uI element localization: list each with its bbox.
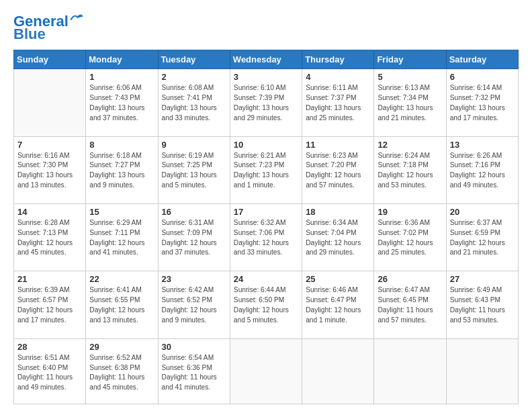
calendar-cell: 1Sunrise: 6:06 AM Sunset: 7:43 PM Daylig… xyxy=(86,69,158,136)
day-number: 12 xyxy=(378,140,442,150)
day-number: 7 xyxy=(17,140,82,150)
day-number: 3 xyxy=(234,72,298,82)
dow-header-saturday: Saturday xyxy=(446,50,518,69)
day-detail: Sunrise: 6:26 AM Sunset: 7:16 PM Dayligh… xyxy=(450,151,515,191)
day-detail: Sunrise: 6:49 AM Sunset: 6:43 PM Dayligh… xyxy=(450,285,515,325)
day-detail: Sunrise: 6:39 AM Sunset: 6:57 PM Dayligh… xyxy=(17,285,82,325)
calendar-cell: 21Sunrise: 6:39 AM Sunset: 6:57 PM Dayli… xyxy=(14,271,86,338)
dow-header-friday: Friday xyxy=(374,50,446,69)
day-number: 8 xyxy=(89,140,154,150)
day-number: 23 xyxy=(162,274,226,284)
day-number: 20 xyxy=(450,207,515,217)
week-row-1: 1Sunrise: 6:06 AM Sunset: 7:43 PM Daylig… xyxy=(14,69,519,136)
calendar-cell: 26Sunrise: 6:47 AM Sunset: 6:45 PM Dayli… xyxy=(374,271,446,338)
calendar-cell: 18Sunrise: 6:34 AM Sunset: 7:04 PM Dayli… xyxy=(302,204,374,271)
calendar-cell: 25Sunrise: 6:46 AM Sunset: 6:47 PM Dayli… xyxy=(302,271,374,338)
calendar-cell xyxy=(230,338,302,404)
week-row-4: 21Sunrise: 6:39 AM Sunset: 6:57 PM Dayli… xyxy=(14,271,519,338)
day-detail: Sunrise: 6:54 AM Sunset: 6:36 PM Dayligh… xyxy=(162,353,226,393)
day-number: 22 xyxy=(89,274,154,284)
calendar-cell: 9Sunrise: 6:19 AM Sunset: 7:25 PM Daylig… xyxy=(158,136,230,203)
header: General Blue xyxy=(13,13,519,43)
day-number: 21 xyxy=(17,274,82,284)
day-number: 1 xyxy=(89,72,154,82)
day-detail: Sunrise: 6:46 AM Sunset: 6:47 PM Dayligh… xyxy=(306,285,370,325)
day-number: 11 xyxy=(306,140,370,150)
calendar-cell: 10Sunrise: 6:21 AM Sunset: 7:23 PM Dayli… xyxy=(230,136,302,203)
day-detail: Sunrise: 6:52 AM Sunset: 6:38 PM Dayligh… xyxy=(89,353,154,393)
calendar-cell: 2Sunrise: 6:08 AM Sunset: 7:41 PM Daylig… xyxy=(158,69,230,136)
calendar-cell: 17Sunrise: 6:32 AM Sunset: 7:06 PM Dayli… xyxy=(230,204,302,271)
calendar-cell: 16Sunrise: 6:31 AM Sunset: 7:09 PM Dayli… xyxy=(158,204,230,271)
day-detail: Sunrise: 6:42 AM Sunset: 6:52 PM Dayligh… xyxy=(162,285,226,325)
calendar-cell xyxy=(374,338,446,404)
day-detail: Sunrise: 6:08 AM Sunset: 7:41 PM Dayligh… xyxy=(162,83,226,123)
calendar-cell: 13Sunrise: 6:26 AM Sunset: 7:16 PM Dayli… xyxy=(446,136,518,203)
calendar-cell: 28Sunrise: 6:51 AM Sunset: 6:40 PM Dayli… xyxy=(14,338,86,404)
logo-icon xyxy=(70,13,83,26)
day-number: 9 xyxy=(162,140,226,150)
day-detail: Sunrise: 6:31 AM Sunset: 7:09 PM Dayligh… xyxy=(162,218,226,258)
day-detail: Sunrise: 6:21 AM Sunset: 7:23 PM Dayligh… xyxy=(234,151,298,191)
calendar-cell: 23Sunrise: 6:42 AM Sunset: 6:52 PM Dayli… xyxy=(158,271,230,338)
day-number: 2 xyxy=(162,72,226,82)
day-detail: Sunrise: 6:19 AM Sunset: 7:25 PM Dayligh… xyxy=(162,151,226,191)
day-number: 5 xyxy=(378,72,442,82)
week-row-5: 28Sunrise: 6:51 AM Sunset: 6:40 PM Dayli… xyxy=(14,338,519,404)
day-number: 27 xyxy=(450,274,515,284)
day-number: 15 xyxy=(89,207,154,217)
day-detail: Sunrise: 6:13 AM Sunset: 7:34 PM Dayligh… xyxy=(378,83,442,123)
day-detail: Sunrise: 6:18 AM Sunset: 7:27 PM Dayligh… xyxy=(89,151,154,191)
calendar-cell: 15Sunrise: 6:29 AM Sunset: 7:11 PM Dayli… xyxy=(86,204,158,271)
day-detail: Sunrise: 6:10 AM Sunset: 7:39 PM Dayligh… xyxy=(234,83,298,123)
dow-header-sunday: Sunday xyxy=(14,50,86,69)
day-detail: Sunrise: 6:11 AM Sunset: 7:37 PM Dayligh… xyxy=(306,83,370,123)
calendar-cell: 29Sunrise: 6:52 AM Sunset: 6:38 PM Dayli… xyxy=(86,338,158,404)
day-detail: Sunrise: 6:47 AM Sunset: 6:45 PM Dayligh… xyxy=(378,285,442,325)
calendar-cell xyxy=(446,338,518,404)
calendar-cell: 30Sunrise: 6:54 AM Sunset: 6:36 PM Dayli… xyxy=(158,338,230,404)
calendar-cell: 24Sunrise: 6:44 AM Sunset: 6:50 PM Dayli… xyxy=(230,271,302,338)
calendar-cell: 11Sunrise: 6:23 AM Sunset: 7:20 PM Dayli… xyxy=(302,136,374,203)
logo: General Blue xyxy=(13,13,83,43)
calendar-cell xyxy=(14,69,86,136)
dow-header-tuesday: Tuesday xyxy=(158,50,230,69)
day-detail: Sunrise: 6:37 AM Sunset: 6:59 PM Dayligh… xyxy=(450,218,515,258)
day-number: 14 xyxy=(17,207,82,217)
calendar-cell: 20Sunrise: 6:37 AM Sunset: 6:59 PM Dayli… xyxy=(446,204,518,271)
calendar-cell: 14Sunrise: 6:28 AM Sunset: 7:13 PM Dayli… xyxy=(14,204,86,271)
day-number: 25 xyxy=(306,274,370,284)
day-detail: Sunrise: 6:51 AM Sunset: 6:40 PM Dayligh… xyxy=(17,353,82,393)
day-detail: Sunrise: 6:28 AM Sunset: 7:13 PM Dayligh… xyxy=(17,218,82,258)
day-detail: Sunrise: 6:23 AM Sunset: 7:20 PM Dayligh… xyxy=(306,151,370,191)
calendar-cell: 3Sunrise: 6:10 AM Sunset: 7:39 PM Daylig… xyxy=(230,69,302,136)
day-number: 18 xyxy=(306,207,370,217)
day-detail: Sunrise: 6:29 AM Sunset: 7:11 PM Dayligh… xyxy=(89,218,154,258)
calendar-cell: 4Sunrise: 6:11 AM Sunset: 7:37 PM Daylig… xyxy=(302,69,374,136)
day-detail: Sunrise: 6:06 AM Sunset: 7:43 PM Dayligh… xyxy=(89,83,154,123)
calendar-cell: 5Sunrise: 6:13 AM Sunset: 7:34 PM Daylig… xyxy=(374,69,446,136)
calendar-cell: 7Sunrise: 6:16 AM Sunset: 7:30 PM Daylig… xyxy=(14,136,86,203)
day-detail: Sunrise: 6:14 AM Sunset: 7:32 PM Dayligh… xyxy=(450,83,515,123)
day-number: 4 xyxy=(306,72,370,82)
week-row-3: 14Sunrise: 6:28 AM Sunset: 7:13 PM Dayli… xyxy=(14,204,519,271)
day-number: 19 xyxy=(378,207,442,217)
day-number: 29 xyxy=(89,342,154,352)
day-detail: Sunrise: 6:44 AM Sunset: 6:50 PM Dayligh… xyxy=(234,285,298,325)
calendar-cell: 8Sunrise: 6:18 AM Sunset: 7:27 PM Daylig… xyxy=(86,136,158,203)
day-detail: Sunrise: 6:36 AM Sunset: 7:02 PM Dayligh… xyxy=(378,218,442,258)
day-number: 17 xyxy=(234,207,298,217)
calendar-cell: 12Sunrise: 6:24 AM Sunset: 7:18 PM Dayli… xyxy=(374,136,446,203)
week-row-2: 7Sunrise: 6:16 AM Sunset: 7:30 PM Daylig… xyxy=(14,136,519,203)
day-number: 10 xyxy=(234,140,298,150)
day-number: 28 xyxy=(17,342,82,352)
calendar-cell: 19Sunrise: 6:36 AM Sunset: 7:02 PM Dayli… xyxy=(374,204,446,271)
day-number: 6 xyxy=(450,72,515,82)
day-number: 13 xyxy=(450,140,515,150)
dow-header-wednesday: Wednesday xyxy=(230,50,302,69)
dow-header-monday: Monday xyxy=(86,50,158,69)
day-detail: Sunrise: 6:41 AM Sunset: 6:55 PM Dayligh… xyxy=(89,285,154,325)
calendar-cell: 6Sunrise: 6:14 AM Sunset: 7:32 PM Daylig… xyxy=(446,69,518,136)
calendar-cell: 27Sunrise: 6:49 AM Sunset: 6:43 PM Dayli… xyxy=(446,271,518,338)
day-number: 26 xyxy=(378,274,442,284)
